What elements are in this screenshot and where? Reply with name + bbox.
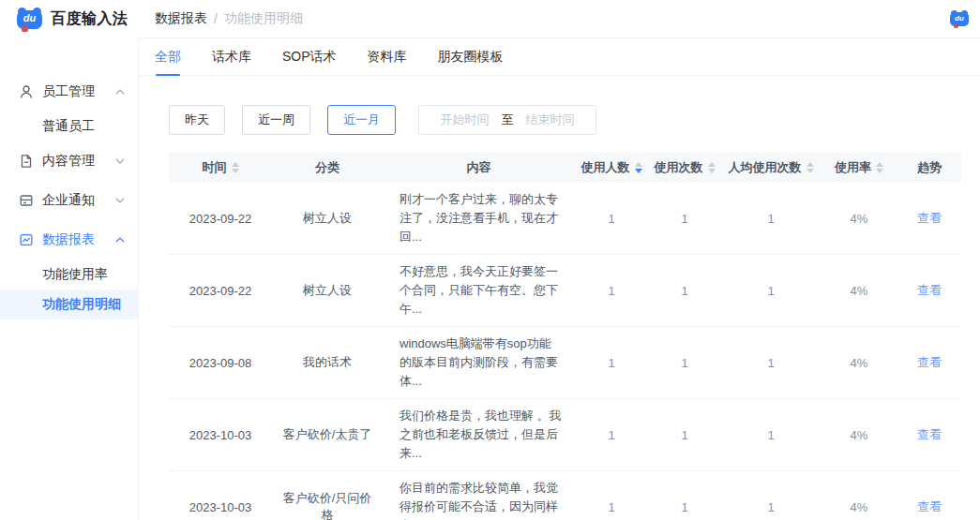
column-label: 使用次数 <box>655 159 703 176</box>
cell-rate: 4% <box>821 327 897 399</box>
main-area: 全部 话术库 SOP话术 资料库 朋友圈模板 昨天 近一周 近一月 开始时间 至… <box>139 38 980 520</box>
column-label: 趋势 <box>917 159 942 176</box>
tab-script-library[interactable]: 话术库 <box>212 38 251 76</box>
sort-icon[interactable] <box>708 162 716 173</box>
column-label: 时间 <box>203 159 227 176</box>
sort-icon[interactable] <box>876 162 883 173</box>
column-header-avg-times[interactable]: 人均使用次数 <box>721 152 821 183</box>
cell-category: 客户砍价/太贵了 <box>272 399 383 471</box>
breadcrumb-separator: / <box>214 11 218 26</box>
breadcrumb-current: 功能使用明细 <box>224 10 303 27</box>
baidu-bear-logo-icon: du <box>17 10 42 29</box>
cell-category: 树立人设 <box>272 183 383 255</box>
report-icon <box>19 232 34 247</box>
view-link[interactable]: 查看 <box>917 283 942 297</box>
column-label: 内容 <box>467 159 491 176</box>
sidebar-subitem-label: 普通员工 <box>42 118 95 135</box>
cell-times: 1 <box>648 255 721 327</box>
sidebar-item-label: 员工管理 <box>42 83 115 100</box>
column-label: 人均使用次数 <box>729 159 802 176</box>
view-link[interactable]: 查看 <box>917 427 942 441</box>
tab-sop-script[interactable]: SOP话术 <box>282 38 337 76</box>
date-range-picker[interactable]: 开始时间 至 结束时间 <box>418 105 596 135</box>
baidu-bear-mini-icon[interactable]: du <box>950 12 969 26</box>
cell-time: 2023-09-22 <box>169 255 272 327</box>
notice-icon <box>19 193 34 208</box>
sidebar-item-data-report[interactable]: 数据报表 <box>0 220 138 260</box>
column-header-trend: 趋势 <box>897 152 961 183</box>
cell-trend: 查看 <box>897 471 961 520</box>
cell-trend: 查看 <box>897 183 961 255</box>
table-row: 2023-09-08 我的话术 windows电脑端带有sop功能的版本目前内测… <box>169 327 961 399</box>
end-date-placeholder[interactable]: 结束时间 <box>526 111 575 128</box>
cell-times: 1 <box>648 327 721 399</box>
sidebar-item-label: 企业通知 <box>42 192 115 209</box>
tab-label: 全部 <box>155 49 181 66</box>
sidebar-item-feature-usage-rate[interactable]: 功能使用率 <box>0 260 138 290</box>
sort-icon[interactable] <box>232 162 239 173</box>
cell-times: 1 <box>648 471 721 520</box>
breadcrumb: 数据报表 / 功能使用明细 <box>155 10 303 27</box>
sort-icon[interactable] <box>807 162 814 173</box>
mini-logo-monogram: du <box>950 14 969 22</box>
chevron-up-icon <box>115 89 125 95</box>
cell-users: 1 <box>575 327 648 399</box>
cell-times: 1 <box>648 183 721 255</box>
cell-users: 1 <box>575 255 648 327</box>
view-link[interactable]: 查看 <box>917 211 942 225</box>
sidebar-item-regular-employee[interactable]: 普通员工 <box>0 111 138 141</box>
column-header-users[interactable]: 使用人数 <box>575 152 648 183</box>
table-row: 2023-09-22 树立人设 不好意思，我今天正好要签一个合同，只能下午有空。… <box>169 255 961 327</box>
cell-users: 1 <box>575 399 648 471</box>
cell-time: 2023-09-08 <box>169 327 272 399</box>
sidebar-subitem-label: 功能使用率 <box>42 266 108 283</box>
cell-content: 你目前的需求比较简单，我觉得报价可能不合适，因为同样产... <box>383 471 575 520</box>
column-label: 使用率 <box>835 159 871 176</box>
cell-times: 1 <box>648 399 721 471</box>
brand-logo: du 百度输入法 <box>0 0 139 38</box>
app-name: 百度输入法 <box>51 9 128 29</box>
cell-content: 我们价格是贵，我也理解 。我之前也和老板反馈过，但是后来... <box>383 399 575 471</box>
table-header-row: 时间 分类 内容 使用人数 使用次数 人均使用次数 使用率 趋势 <box>169 152 961 183</box>
cell-time: 2023-10-03 <box>169 399 272 471</box>
tab-moments-template[interactable]: 朋友圈模板 <box>438 38 504 76</box>
tab-material-library[interactable]: 资料库 <box>368 38 407 76</box>
column-header-times[interactable]: 使用次数 <box>648 152 721 183</box>
document-icon <box>19 154 34 169</box>
table-row: 2023-10-03 客户砍价/只问价格 你目前的需求比较简单，我觉得报价可能不… <box>169 471 961 520</box>
sidebar-item-employee-management[interactable]: 员工管理 <box>0 72 138 111</box>
table-row: 2023-09-22 树立人设 刚才一个客户过来，聊的太专注了，没注意看手机，现… <box>169 183 961 255</box>
view-link[interactable]: 查看 <box>917 355 942 369</box>
sidebar-item-enterprise-notice[interactable]: 企业通知 <box>0 181 138 220</box>
app-window: du 百度输入法 数据报表 / 功能使用明细 du <box>0 0 980 520</box>
cell-avg: 1 <box>721 471 821 520</box>
date-range-separator: 至 <box>502 111 514 128</box>
view-link[interactable]: 查看 <box>917 499 942 513</box>
cell-rate: 4% <box>821 471 897 520</box>
cell-content: 不好意思，我今天正好要签一个合同，只能下午有空。您下午... <box>383 255 575 327</box>
breadcrumb-section[interactable]: 数据报表 <box>155 10 207 27</box>
cell-rate: 4% <box>821 255 897 327</box>
filter-last-month-button[interactable]: 近一月 <box>327 105 396 135</box>
cell-users: 1 <box>575 183 648 255</box>
sort-icon-active-desc[interactable] <box>635 162 642 173</box>
column-label: 分类 <box>315 159 339 176</box>
sidebar-item-label: 数据报表 <box>42 231 115 248</box>
tab-all[interactable]: 全部 <box>155 38 181 76</box>
user-icon <box>19 84 34 99</box>
tab-label: 朋友圈模板 <box>438 49 504 66</box>
column-header-time[interactable]: 时间 <box>169 152 272 183</box>
sidebar-item-content-management[interactable]: 内容管理 <box>0 141 138 181</box>
cell-rate: 4% <box>821 183 897 255</box>
cell-content: windows电脑端带有sop功能的版本目前内测阶段，有需要体... <box>383 327 575 399</box>
filter-yesterday-button[interactable]: 昨天 <box>169 105 225 135</box>
content-panel: 昨天 近一周 近一月 开始时间 至 结束时间 <box>139 76 980 520</box>
start-date-placeholder[interactable]: 开始时间 <box>441 111 490 128</box>
column-header-usage-rate[interactable]: 使用率 <box>821 152 897 183</box>
sidebar-item-feature-usage-detail[interactable]: 功能使用明细 <box>0 290 138 319</box>
column-header-content: 内容 <box>383 152 575 183</box>
tab-label: 话术库 <box>212 49 251 66</box>
top-bar-main: 数据报表 / 功能使用明细 du <box>139 0 980 38</box>
filter-last-week-button[interactable]: 近一周 <box>242 105 310 135</box>
logo-tongue <box>22 26 28 32</box>
